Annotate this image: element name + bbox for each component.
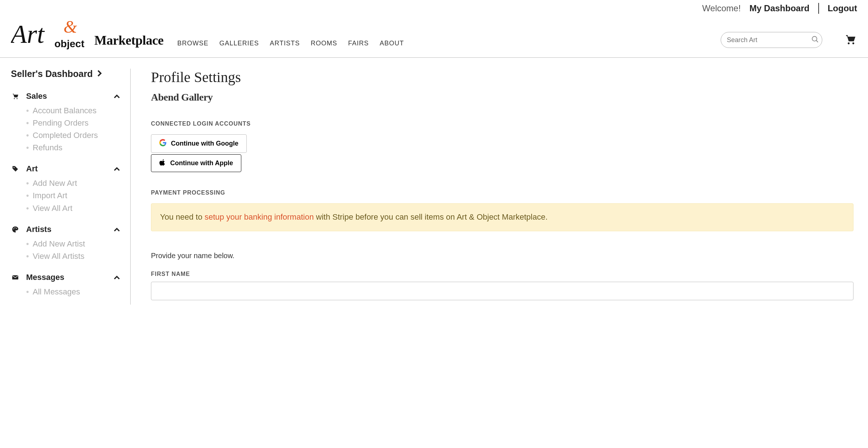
sidebar-title[interactable]: Seller's Dashboard <box>11 69 124 79</box>
banking-alert: You need to setup your banking informati… <box>151 203 853 231</box>
apple-button-label: Continue with Apple <box>170 159 233 167</box>
svg-point-12 <box>16 228 17 228</box>
gallery-name: Abend Gallery <box>151 91 853 103</box>
search-box[interactable] <box>721 32 822 48</box>
sidebar-item-pending-orders[interactable]: Pending Orders <box>26 117 124 129</box>
nav-artists[interactable]: ARTISTS <box>270 40 300 47</box>
nav-galleries[interactable]: GALLERIES <box>219 40 259 47</box>
svg-point-7 <box>14 98 15 99</box>
sidebar-group-label: Artists <box>26 225 52 234</box>
chevron-right-icon <box>97 69 102 79</box>
palette-icon <box>11 226 20 233</box>
sidebar-group-artists[interactable]: Artists <box>11 221 124 238</box>
marketplace-label: Marketplace <box>94 33 163 48</box>
content: Profile Settings Abend Gallery CONNECTED… <box>131 69 857 305</box>
sidebar-list-art: Add New Art Import Art View All Art <box>11 177 124 214</box>
my-dashboard-link[interactable]: My Dashboard <box>749 3 809 13</box>
svg-text:&: & <box>64 17 77 36</box>
welcome-text: Welcome! <box>702 3 741 13</box>
logo-wrap[interactable]: Art & object Marketplace <box>11 17 163 50</box>
page-title: Profile Settings <box>151 69 853 86</box>
chevron-up-icon <box>114 273 120 282</box>
sidebar-list-sales: Account Balances Pending Orders Complete… <box>11 105 124 154</box>
sidebar-item-import-art[interactable]: Import Art <box>26 190 124 202</box>
first-name-label: FIRST NAME <box>151 271 853 277</box>
payment-processing-label: PAYMENT PROCESSING <box>151 190 853 196</box>
svg-point-3 <box>812 36 817 41</box>
main: Seller's Dashboard Sales Account Balance… <box>0 58 868 319</box>
logo-icon: Art & object <box>11 17 91 50</box>
sidebar-item-all-messages[interactable]: All Messages <box>26 286 124 298</box>
sidebar-list-messages: All Messages <box>11 286 124 298</box>
svg-point-11 <box>15 227 15 228</box>
envelope-icon <box>11 274 20 281</box>
main-nav: BROWSE GALLERIES ARTISTS ROOMS FAIRS ABO… <box>177 40 404 47</box>
cart-icon[interactable] <box>843 33 857 47</box>
svg-point-10 <box>13 228 14 229</box>
svg-point-8 <box>17 98 18 99</box>
sidebar-item-completed-orders[interactable]: Completed Orders <box>26 129 124 142</box>
google-icon <box>159 139 167 148</box>
sidebar-list-artists: Add New Artist View All Artists <box>11 238 124 262</box>
nav-browse[interactable]: BROWSE <box>177 40 208 47</box>
svg-rect-13 <box>12 275 19 280</box>
chevron-up-icon <box>114 225 120 234</box>
connected-login-label: CONNECTED LOGIN ACCOUNTS <box>151 121 853 127</box>
sidebar-item-add-new-artist[interactable]: Add New Artist <box>26 238 124 250</box>
sidebar-group-label: Sales <box>26 91 47 101</box>
sidebar-group-messages[interactable]: Messages <box>11 269 124 286</box>
cart-icon <box>11 93 20 100</box>
alert-pre: You need to <box>160 212 205 221</box>
sidebar-item-refunds[interactable]: Refunds <box>26 142 124 154</box>
svg-point-6 <box>852 42 854 44</box>
name-helper-text: Provide your name below. <box>151 252 853 260</box>
sidebar-item-view-all-art[interactable]: View All Art <box>26 202 124 215</box>
google-button-label: Continue with Google <box>171 140 238 147</box>
sidebar-group-label: Art <box>26 164 38 174</box>
svg-point-5 <box>848 42 849 44</box>
nav-fairs[interactable]: FAIRS <box>348 40 369 47</box>
header-right <box>721 32 857 48</box>
svg-text:object: object <box>54 38 84 49</box>
header: Art & object Marketplace BROWSE GALLERIE… <box>0 14 868 58</box>
chevron-up-icon <box>114 91 120 101</box>
svg-point-9 <box>13 167 15 168</box>
sidebar-group-art[interactable]: Art <box>11 160 124 177</box>
apple-icon <box>159 159 166 167</box>
topbar: Welcome! My Dashboard Logout <box>0 0 868 14</box>
nav-about[interactable]: ABOUT <box>380 40 404 47</box>
search-icon[interactable] <box>811 35 819 45</box>
setup-banking-link[interactable]: setup your banking information <box>205 212 314 221</box>
topbar-divider <box>818 3 819 14</box>
svg-text:Art: Art <box>11 20 45 49</box>
payment-section: PAYMENT PROCESSING You need to setup you… <box>151 190 853 231</box>
sidebar-item-add-new-art[interactable]: Add New Art <box>26 177 124 190</box>
sidebar-group-label: Messages <box>26 273 64 282</box>
sidebar-group-sales[interactable]: Sales <box>11 88 124 105</box>
sidebar-item-view-all-artists[interactable]: View All Artists <box>26 250 124 262</box>
continue-with-google-button[interactable]: Continue with Google <box>151 134 247 153</box>
nav-rooms[interactable]: ROOMS <box>311 40 337 47</box>
logout-link[interactable]: Logout <box>828 3 857 13</box>
sidebar-item-account-balances[interactable]: Account Balances <box>26 105 124 117</box>
alert-post: with Stripe before you can sell items on… <box>314 212 548 221</box>
chevron-up-icon <box>114 164 120 174</box>
sidebar: Seller's Dashboard Sales Account Balance… <box>11 69 131 305</box>
sidebar-title-label: Seller's Dashboard <box>11 69 93 79</box>
search-input[interactable] <box>727 36 811 44</box>
svg-line-4 <box>816 40 818 42</box>
tag-icon <box>11 165 20 172</box>
first-name-input[interactable] <box>151 282 853 300</box>
continue-with-apple-button[interactable]: Continue with Apple <box>151 154 241 172</box>
